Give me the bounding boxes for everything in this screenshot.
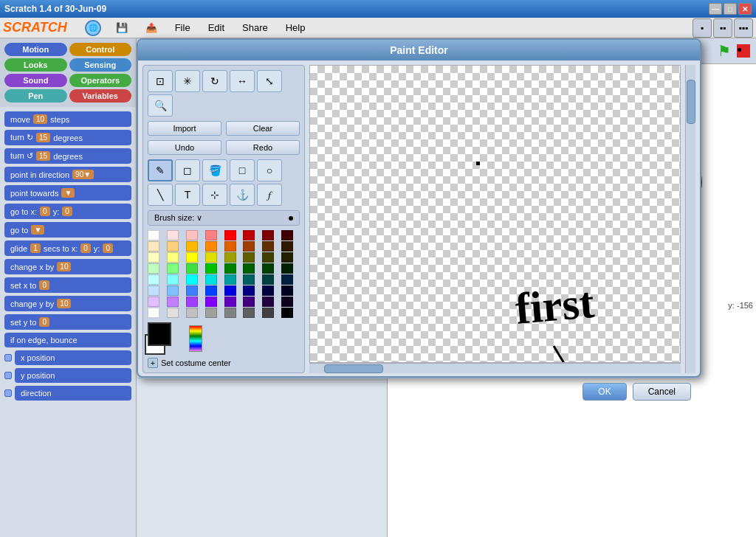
color-swatch-5[interactable]: [243, 230, 255, 240]
color-swatch-40[interactable]: [148, 285, 159, 296]
undo-button[interactable]: Undo: [148, 140, 221, 155]
green-flag-button[interactable]: ⚑: [718, 42, 731, 60]
color-swatch-45[interactable]: [243, 285, 255, 296]
menu-file[interactable]: File: [172, 21, 193, 35]
color-swatch-59[interactable]: [205, 308, 217, 318]
color-swatch-44[interactable]: [224, 285, 236, 296]
category-looks[interactable]: Looks: [4, 58, 67, 72]
menu-share[interactable]: Share: [239, 21, 271, 35]
rotate-tool[interactable]: ↻: [202, 70, 227, 92]
block-glide[interactable]: glide 1 secs to x: 0 y: 0: [4, 240, 131, 256]
color-swatch-30[interactable]: [262, 263, 274, 274]
block-y-position[interactable]: y position: [15, 368, 131, 383]
color-swatch-4[interactable]: [224, 230, 236, 240]
stage-view-medium[interactable]: ▪▪: [713, 18, 732, 38]
color-swatch-54[interactable]: [262, 297, 274, 307]
block-bounce[interactable]: if on edge, bounce: [4, 333, 131, 347]
horizontal-scrollbar[interactable]: [309, 363, 681, 373]
text-tool[interactable]: T: [175, 184, 200, 206]
color-swatch-36[interactable]: [224, 274, 236, 285]
color-swatch-60[interactable]: [224, 308, 236, 318]
color-swatch-37[interactable]: [243, 274, 255, 285]
block-turn-left[interactable]: turn ↺ 15 degrees: [4, 148, 131, 164]
select-tool[interactable]: ⊡: [148, 70, 173, 92]
select-region-tool[interactable]: ⊹: [202, 184, 227, 206]
set-center-plus[interactable]: +: [148, 358, 158, 368]
paint-clear-button[interactable]: Clear: [226, 121, 300, 136]
color-swatch-35[interactable]: [205, 274, 217, 285]
color-swatch-52[interactable]: [224, 297, 236, 307]
color-swatch-55[interactable]: [281, 297, 293, 307]
checkbox-direction[interactable]: [4, 389, 12, 397]
close-button[interactable]: ✕: [738, 3, 752, 15]
color-swatch-53[interactable]: [243, 297, 255, 307]
color-swatch-47[interactable]: [281, 285, 293, 296]
category-sound[interactable]: Sound: [4, 74, 67, 87]
category-operators[interactable]: Operators: [69, 74, 132, 87]
menu-edit[interactable]: Edit: [205, 21, 227, 35]
color-swatch-17[interactable]: [167, 252, 179, 263]
color-swatch-10[interactable]: [186, 241, 198, 252]
color-swatch-7[interactable]: [281, 230, 293, 240]
block-go-to[interactable]: go to ▼: [4, 222, 131, 238]
color-swatch-48[interactable]: [148, 297, 159, 307]
color-swatch-3[interactable]: [205, 230, 217, 240]
redo-button[interactable]: Redo: [226, 140, 300, 155]
zoom-tool[interactable]: 🔍: [148, 94, 173, 117]
color-swatch-22[interactable]: [262, 252, 274, 263]
block-point-towards[interactable]: point towards ▼: [4, 185, 131, 201]
ellipse-tool[interactable]: ○: [257, 159, 282, 181]
stop-button[interactable]: ●: [737, 44, 750, 58]
color-swatch-61[interactable]: [243, 308, 255, 318]
checkbox-y-position[interactable]: [4, 372, 12, 379]
minimize-button[interactable]: —: [709, 3, 722, 15]
pencil-tool[interactable]: ✎: [148, 159, 173, 181]
color-swatch-57[interactable]: [167, 308, 179, 318]
menu-help[interactable]: Help: [283, 21, 309, 35]
color-swatch-31[interactable]: [281, 263, 293, 274]
color-swatch-0[interactable]: [148, 230, 159, 240]
color-swatch-24[interactable]: [148, 263, 159, 274]
color-swatch-39[interactable]: [281, 274, 293, 285]
stamp-copy-tool[interactable]: ⚓: [230, 184, 255, 206]
paint-import-button[interactable]: Import: [148, 121, 221, 136]
flip-h-tool[interactable]: ↔: [230, 70, 255, 92]
color-swatch-63[interactable]: [281, 308, 293, 318]
color-swatch-21[interactable]: [243, 252, 255, 263]
color-swatch-32[interactable]: [148, 274, 159, 285]
scrollbar-thumb[interactable]: [687, 80, 695, 124]
block-move[interactable]: move 10 steps: [4, 111, 131, 127]
color-swatch-26[interactable]: [186, 263, 198, 274]
ok-button[interactable]: OK: [583, 383, 626, 401]
color-swatch-25[interactable]: [167, 263, 179, 274]
color-swatch-42[interactable]: [186, 285, 198, 296]
color-swatch-9[interactable]: [167, 241, 179, 252]
stamp-tool[interactable]: ✳: [175, 70, 200, 92]
menu-save-icon[interactable]: 💾: [113, 21, 131, 35]
rectangle-tool[interactable]: □: [230, 159, 255, 181]
line-tool[interactable]: ╲: [148, 184, 173, 206]
block-set-y[interactable]: set y to 0: [4, 314, 131, 330]
category-sensing[interactable]: Sensing: [69, 58, 132, 72]
color-swatch-11[interactable]: [205, 241, 217, 252]
color-swatch-51[interactable]: [205, 297, 217, 307]
block-x-position[interactable]: x position: [15, 350, 131, 365]
stage-view-large[interactable]: ▪▪▪: [734, 18, 753, 38]
color-swatch-29[interactable]: [243, 263, 255, 274]
color-swatch-2[interactable]: [186, 230, 198, 240]
color-swatch-43[interactable]: [205, 285, 217, 296]
color-swatch-15[interactable]: [281, 241, 293, 252]
h-scroll-thumb[interactable]: [324, 364, 383, 373]
color-swatch-38[interactable]: [262, 274, 274, 285]
category-control[interactable]: Control: [69, 43, 132, 56]
vertical-scrollbar[interactable]: [685, 65, 695, 373]
block-change-x[interactable]: change x by 10: [4, 259, 131, 274]
category-motion[interactable]: Motion: [4, 43, 67, 56]
color-swatch-50[interactable]: [186, 297, 198, 307]
color-swatch-56[interactable]: [148, 308, 159, 318]
color-swatch-27[interactable]: [205, 263, 217, 274]
checkbox-x-position[interactable]: [4, 354, 12, 361]
color-swatch-28[interactable]: [224, 263, 236, 274]
color-swatch-49[interactable]: [167, 297, 179, 307]
block-go-to-xy[interactable]: go to x: 0 y: 0: [4, 204, 131, 219]
